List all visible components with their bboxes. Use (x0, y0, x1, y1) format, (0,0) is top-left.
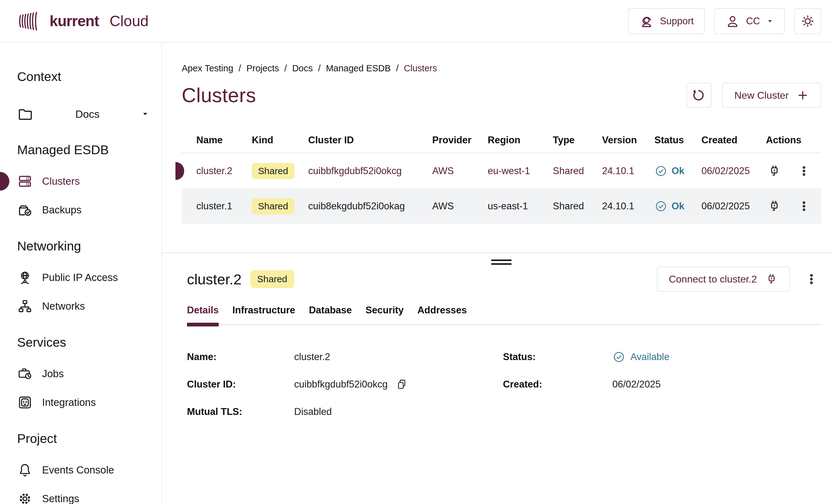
sidebar-item-settings[interactable]: Settings (17, 488, 149, 504)
kebab-menu-icon[interactable] (798, 200, 810, 212)
account-menu-button[interactable]: CC (714, 8, 785, 34)
plug-icon[interactable] (767, 164, 781, 178)
cell-name: cluster.2 (182, 165, 252, 177)
name-value: cluster.2 (294, 351, 503, 363)
cell-name: cluster.1 (182, 201, 252, 212)
tab-infrastructure[interactable]: Infrastructure (232, 304, 295, 324)
table-row-cluster-2[interactable]: cluster.2 Shared cuibbfkgdubf52i0okcg AW… (182, 153, 821, 188)
cluster-id-text: cuibbfkgdubf52i0okcg (294, 379, 388, 390)
sidebar-item-clusters[interactable]: Clusters (17, 171, 149, 191)
table-row-cluster-1[interactable]: cluster.1 Shared cuib8ekgdubf52i0okag AW… (182, 188, 821, 224)
sidebar-item-label: Settings (42, 493, 79, 504)
column-header-kind: Kind (252, 135, 308, 146)
created-label: Created: (503, 379, 612, 390)
column-header-region: Region (488, 135, 553, 146)
column-header-status: Status (654, 135, 701, 146)
gear-icon (17, 491, 33, 504)
details-fields: Name: cluster.2 Status: Available Cluste… (187, 343, 821, 425)
panel-drag-handle[interactable] (491, 260, 512, 265)
cell-kind: Shared (252, 163, 308, 179)
kind-badge: Shared (252, 163, 294, 179)
breadcrumb-item[interactable]: Projects (246, 63, 279, 73)
cell-version: 24.10.1 (602, 201, 654, 212)
sidebar-heading-services: Services (17, 335, 149, 350)
breadcrumb: Apex Testing / Projects / Docs / Managed… (182, 63, 821, 74)
kind-badge: Shared (252, 198, 294, 214)
context-value: Docs (33, 108, 141, 120)
cluster-details-panel: cluster.2 Shared Connect to cluster.2 De… (182, 267, 821, 425)
copy-cluster-id-button[interactable] (396, 378, 408, 390)
breadcrumb-separator: / (285, 63, 287, 73)
top-bar: kurrent Cloud Support CC (0, 0, 832, 43)
connect-label: Connect to cluster.2 (669, 273, 757, 285)
cell-status: Ok (654, 164, 701, 178)
cluster-id-label: Cluster ID: (187, 379, 294, 390)
caret-down-icon (141, 110, 149, 118)
breadcrumb-item[interactable]: Docs (292, 63, 313, 73)
column-header-version: Version (602, 135, 654, 146)
sidebar-item-label: Backups (42, 204, 82, 216)
folder-icon (17, 106, 33, 122)
clusters-table: Name Kind Cluster ID Provider Region Typ… (182, 128, 821, 224)
sidebar-item-integrations[interactable]: Integrations (17, 392, 149, 413)
tab-addresses[interactable]: Addresses (417, 304, 467, 324)
support-button[interactable]: Support (628, 8, 705, 34)
sidebar-heading-project: Project (17, 431, 149, 446)
new-cluster-button[interactable]: New Cluster (722, 83, 821, 108)
status-text: Ok (672, 201, 684, 212)
tab-database[interactable]: Database (309, 304, 352, 324)
theme-toggle-button[interactable] (794, 8, 821, 34)
sidebar-item-label: Jobs (42, 368, 64, 380)
breadcrumb-item[interactable]: Managed ESDB (326, 63, 391, 73)
cell-actions (766, 199, 821, 213)
details-title: cluster.2 (187, 271, 241, 288)
panel-divider (162, 252, 832, 253)
sidebar-heading-networking: Networking (17, 239, 149, 254)
archive-check-icon (17, 202, 33, 218)
breadcrumb-separator: / (396, 63, 398, 73)
tab-security[interactable]: Security (365, 304, 404, 324)
connect-to-cluster-button[interactable]: Connect to cluster.2 (657, 267, 790, 292)
breadcrumb-item[interactable]: Apex Testing (182, 63, 233, 73)
globe-stand-icon (17, 270, 33, 285)
sidebar-item-backups[interactable]: Backups (17, 200, 149, 220)
tab-details[interactable]: Details (187, 304, 219, 324)
column-header-cluster-id: Cluster ID (308, 135, 432, 146)
details-menu-button[interactable] (805, 272, 818, 286)
sidebar-heading-managed-esdb: Managed ESDB (17, 143, 149, 157)
caret-down-icon (766, 18, 774, 25)
cell-created: 06/02/2025 (701, 165, 766, 177)
sidebar-item-public-ip-access[interactable]: Public IP Access (17, 267, 149, 288)
status-text: Ok (672, 165, 684, 177)
created-value: 06/02/2025 (612, 379, 821, 390)
page-title: Clusters (182, 84, 256, 107)
column-header-provider: Provider (432, 135, 488, 146)
sidebar-item-events-console[interactable]: Events Console (17, 460, 149, 480)
cell-type: Shared (553, 201, 602, 212)
brand-name: kurrent (50, 12, 99, 30)
kebab-menu-icon[interactable] (798, 165, 810, 177)
cluster-id-value: cuibbfkgdubf52i0okcg (294, 378, 503, 390)
column-header-name: Name (182, 135, 252, 146)
context-selector[interactable]: Docs (17, 104, 149, 124)
refresh-button[interactable] (686, 83, 711, 108)
cell-actions (766, 164, 821, 178)
app-logo[interactable]: kurrent Cloud (17, 11, 149, 31)
check-circle-icon (654, 200, 668, 213)
sidebar-item-networks[interactable]: Networks (17, 296, 149, 317)
column-header-actions: Actions (766, 135, 821, 146)
details-tabs: Details Infrastructure Database Security… (187, 304, 821, 325)
bell-icon (17, 462, 33, 478)
kebab-menu-icon (805, 272, 818, 286)
cell-region: eu-west-1 (488, 165, 553, 177)
cell-kind: Shared (252, 198, 308, 214)
sidebar-item-jobs[interactable]: Jobs (17, 364, 149, 384)
headset-icon (640, 14, 654, 28)
mutual-tls-value: Disabled (294, 406, 503, 417)
breadcrumb-separator: / (239, 63, 241, 73)
plug-icon[interactable] (767, 199, 781, 213)
check-circle-icon (612, 350, 625, 364)
plus-icon (797, 89, 809, 101)
copy-icon (396, 378, 408, 390)
nodes-icon (17, 298, 33, 314)
